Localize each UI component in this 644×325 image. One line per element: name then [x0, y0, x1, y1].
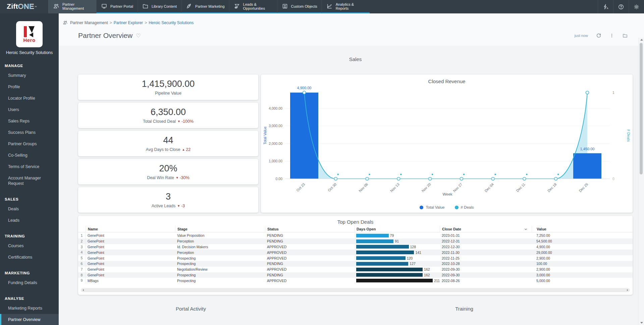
column-header-value[interactable]: Value	[532, 226, 633, 232]
sidebar-item-users[interactable]: Users	[0, 104, 59, 115]
tab-custom-objects[interactable]: Custom Objects	[277, 0, 322, 13]
total-value-bar[interactable]	[290, 93, 318, 179]
tab-label: Library Content	[152, 4, 177, 8]
scroll-down-arrow-icon[interactable]	[640, 322, 643, 324]
scroll-up-arrow-icon[interactable]	[640, 39, 643, 41]
table-row[interactable]: 3GenePointId. Decision MakersAPPROVED128…	[78, 244, 633, 250]
more-options-kebab-icon[interactable]	[609, 33, 614, 38]
tab-partner-marketing[interactable]: Partner Marketing	[181, 0, 229, 13]
kpi-delta: ▼-100%	[177, 119, 194, 124]
tab-label: Partner Management	[62, 2, 92, 10]
days-open-bar	[356, 262, 408, 266]
tab-library-content[interactable]: Library Content	[138, 0, 181, 13]
sidebar-item-profile[interactable]: Profile	[0, 81, 59, 93]
deals-point[interactable]	[586, 91, 589, 94]
cell-days-open: 162	[354, 273, 440, 277]
table-horizontal-scrollbar[interactable]	[81, 288, 630, 292]
ziftone-logo[interactable]: ZiftONE™	[0, 0, 48, 13]
cell-stage: Negotiation/Review	[175, 267, 265, 271]
sidebar-item-deals[interactable]: Deals	[0, 203, 59, 215]
kpi-card-pipeline-value: 1,415,900.00Pipeline Value	[78, 74, 258, 100]
sidebar-item-partner-overview[interactable]: Partner Overview	[0, 314, 59, 325]
deals-line	[304, 93, 587, 179]
brand-light: ONE	[18, 3, 35, 10]
scroll-left-arrow-icon[interactable]	[83, 289, 84, 291]
sidebar-item-partner-groups[interactable]: Partner Groups	[0, 138, 59, 150]
scrollbar-thumb[interactable]	[640, 43, 643, 174]
folder-icon[interactable]	[622, 33, 628, 38]
tab-partner-management[interactable]: Partner Management	[48, 0, 96, 13]
sidebar-item-co-selling[interactable]: Co-Selling	[0, 150, 59, 161]
tab-leads-opportunities[interactable]: Leads & Opportunities	[229, 0, 277, 13]
favorite-heart-icon[interactable]: ♡	[136, 33, 141, 39]
sidebar-item-account-manager-request[interactable]: Account Manager Request	[0, 172, 59, 189]
svg-text:Total Value: Total Value	[263, 126, 267, 145]
svg-text:3,000.00: 3,000.00	[269, 124, 282, 128]
days-open-value: 162	[424, 273, 430, 277]
legend-item-total-value[interactable]: Total Value	[420, 205, 444, 209]
breadcrumb-partner-explorer[interactable]: Partner Explorer	[114, 20, 143, 25]
column-header-stage[interactable]: Stage	[175, 226, 265, 232]
sidebar-item-summary[interactable]: Summary	[0, 70, 59, 81]
column-header-name[interactable]: Name	[86, 226, 175, 232]
table-row[interactable]: 5GenePointProspectingAPPROVED1202022-11-…	[78, 255, 633, 261]
cell-days-open: 127	[354, 262, 440, 266]
svg-text:Dec 04: Dec 04	[484, 182, 494, 193]
tab-analytics-reports[interactable]: Analytics & Reports	[322, 0, 370, 13]
cell-days-open: 91	[354, 239, 440, 243]
page-header-band	[59, 13, 644, 46]
table-row[interactable]: 9MBagsProspectingAPPROVED2112022-08-265,…	[78, 278, 633, 283]
sidebar-item-courses[interactable]: Courses	[0, 240, 59, 252]
svg-text:Oct 23: Oct 23	[296, 182, 306, 192]
column-header-status[interactable]: Status	[265, 226, 354, 232]
cell-row-number: 5	[78, 255, 86, 261]
triangle-down-icon: ▼	[176, 176, 179, 179]
table-row[interactable]: 4GenePointPerceptionAPPROVED1412022-11-3…	[78, 250, 633, 255]
column-header-close-date[interactable]: Close Date	[440, 226, 532, 232]
table-body: 1GenePointValue PropositionPENDING792023…	[78, 233, 633, 283]
sidebar-item-certifications[interactable]: Certifications	[0, 252, 59, 263]
analytics-icon	[326, 3, 333, 9]
days-open-bar	[356, 273, 423, 277]
sidebar-item-locator-profile[interactable]: Locator Profile	[0, 93, 59, 104]
page-vertical-scrollbar[interactable]	[638, 38, 644, 325]
svg-text:0: 0	[612, 177, 614, 181]
partner-name: Heroic Security Solutions	[0, 50, 59, 56]
breadcrumb-separator: >	[145, 20, 147, 25]
cell-stage: Prospecting	[175, 256, 265, 260]
sidebar-section-sales: SALES	[0, 195, 59, 203]
sidebar-item-marketing-reports[interactable]: Marketing Reports	[0, 303, 59, 314]
quick-actions-button[interactable]: A	[598, 0, 613, 13]
cell-name: MBags	[86, 279, 175, 283]
deals-point[interactable]	[303, 91, 306, 94]
sidebar-item-funding-details[interactable]: Funding Details	[0, 277, 59, 288]
svg-text:1,000.00: 1,000.00	[269, 159, 282, 163]
kpi-delta-value: 22	[186, 147, 191, 152]
help-button[interactable]	[613, 0, 629, 13]
sort-chevron-down-icon[interactable]	[524, 227, 528, 231]
breadcrumb-heroic-security-solutions[interactable]: Heroic Security Solutions	[149, 20, 194, 25]
scroll-right-arrow-icon[interactable]	[627, 289, 628, 291]
tab-partner-portal[interactable]: Partner Portal	[96, 0, 138, 13]
settings-button[interactable]	[629, 0, 644, 13]
sidebar-item-success-plans[interactable]: Success Plans	[0, 127, 59, 138]
sidebar-item-terms-of-service[interactable]: Terms of Service	[0, 161, 59, 172]
triangle-up-icon: ▲	[182, 148, 185, 151]
days-open-bar	[356, 268, 423, 271]
people-icon	[53, 3, 59, 9]
sidebar-item-sales-reps[interactable]: Sales Reps	[0, 115, 59, 127]
sidebar-item-leads[interactable]: Leads	[0, 215, 59, 226]
table-row[interactable]: 6GenePointProspectingPENDING1272022-10-2…	[78, 261, 633, 267]
cell-close-date: 2022-08-26	[440, 279, 532, 283]
svg-text:2,000.00: 2,000.00	[269, 142, 282, 146]
column-header-days-open[interactable]: Days Open	[354, 226, 440, 232]
table-row[interactable]: 8GenePointProspectingPENDING1622022-09-3…	[78, 272, 633, 278]
table-row[interactable]: 7GenePointNegotiation/ReviewAPPROVED1622…	[78, 267, 633, 272]
refresh-icon[interactable]	[596, 33, 601, 38]
table-row[interactable]: 2GenePointPerceptionPENDING912022-12-315…	[78, 238, 633, 244]
legend-item-deals[interactable]: # Deals	[455, 205, 474, 209]
days-open-bar	[356, 279, 433, 282]
table-row[interactable]: 1GenePointValue PropositionPENDING792023…	[78, 233, 633, 238]
total-value-bar[interactable]	[573, 153, 601, 179]
custom-object-icon	[282, 3, 288, 9]
